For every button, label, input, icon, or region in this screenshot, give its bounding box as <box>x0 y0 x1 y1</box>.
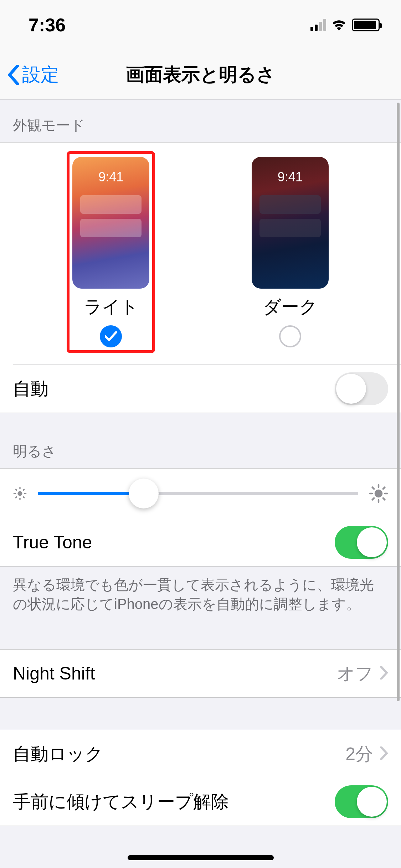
autolock-value: 2分 <box>345 742 373 766</box>
raise-label: 手前に傾けてスリープ解除 <box>13 790 229 814</box>
dark-radio-unchecked[interactable] <box>279 325 301 347</box>
svg-line-15 <box>383 498 385 500</box>
chevron-right-icon <box>380 746 388 761</box>
appearance-option-light[interactable]: 9:41 ライト <box>72 157 149 347</box>
home-indicator[interactable] <box>128 855 274 860</box>
appearance-picker: 9:41 ライト 9:41 ダーク <box>13 143 401 365</box>
preview-time: 9:41 <box>252 170 329 185</box>
svg-point-9 <box>375 490 383 498</box>
sun-small-icon <box>13 486 27 501</box>
truetone-toggle[interactable] <box>335 526 388 559</box>
svg-line-16 <box>372 498 374 500</box>
raise-toggle[interactable] <box>335 785 388 818</box>
svg-line-6 <box>24 497 24 498</box>
section-header-brightness: 明るさ <box>0 413 401 468</box>
status-bar: 7:36 <box>0 0 401 50</box>
auto-toggle[interactable] <box>335 372 388 405</box>
truetone-footer: 異なる環境でも色が一貫して表示されるように、環境光の状況に応じてiPhoneの表… <box>0 567 401 617</box>
svg-line-17 <box>383 487 385 489</box>
appearance-option-dark-wrapper: 9:41 ダーク <box>247 153 333 352</box>
page-title: 画面表示と明るさ <box>0 62 401 87</box>
raise-to-wake-cell: 手前に傾けてスリープ解除 <box>0 778 401 826</box>
light-preview-icon: 9:41 <box>72 157 149 289</box>
chevron-right-icon <box>380 666 388 681</box>
status-time: 7:36 <box>29 14 66 36</box>
dark-label: ダーク <box>263 295 317 319</box>
autolock-label: 自動ロック <box>13 742 103 766</box>
dark-preview-icon: 9:41 <box>252 157 329 289</box>
svg-line-14 <box>372 487 374 489</box>
light-label: ライト <box>84 295 138 319</box>
brightness-slider[interactable] <box>38 492 358 495</box>
appearance-group: 9:41 ライト 9:41 ダーク <box>0 142 401 413</box>
nightshift-label: Night Shift <box>13 663 95 684</box>
svg-line-8 <box>24 489 24 490</box>
nightshift-value: オフ <box>337 662 373 686</box>
back-button[interactable]: 設定 <box>7 50 59 99</box>
svg-line-5 <box>16 489 16 490</box>
nightshift-cell[interactable]: Night Shift オフ <box>0 650 401 697</box>
autolock-cell[interactable]: 自動ロック 2分 <box>0 730 401 778</box>
truetone-cell: True Tone <box>0 518 401 566</box>
cellular-icon <box>310 19 326 31</box>
checkmark-icon <box>105 331 117 341</box>
chevron-left-icon <box>7 65 20 85</box>
svg-point-0 <box>17 491 22 496</box>
preview-time: 9:41 <box>72 170 149 185</box>
back-label: 設定 <box>22 62 59 87</box>
light-radio-checked[interactable] <box>100 325 122 347</box>
sun-large-icon <box>369 484 388 503</box>
truetone-label: True Tone <box>13 532 92 553</box>
section-header-appearance: 外観モード <box>0 100 401 142</box>
auto-label: 自動 <box>13 377 48 401</box>
auto-appearance-cell: 自動 <box>0 365 401 413</box>
battery-icon <box>352 19 380 31</box>
highlight-annotation: 9:41 ライト <box>68 153 154 352</box>
status-icons <box>310 18 380 32</box>
autolock-group: 自動ロック 2分 手前に傾けてスリープ解除 <box>0 730 401 826</box>
brightness-slider-cell <box>0 469 401 518</box>
appearance-option-dark[interactable]: 9:41 ダーク <box>252 157 329 347</box>
brightness-group: True Tone <box>0 468 401 567</box>
svg-line-7 <box>16 497 16 498</box>
nav-bar: 設定 画面表示と明るさ <box>0 50 401 100</box>
wifi-icon <box>330 18 348 32</box>
nightshift-group: Night Shift オフ <box>0 649 401 698</box>
